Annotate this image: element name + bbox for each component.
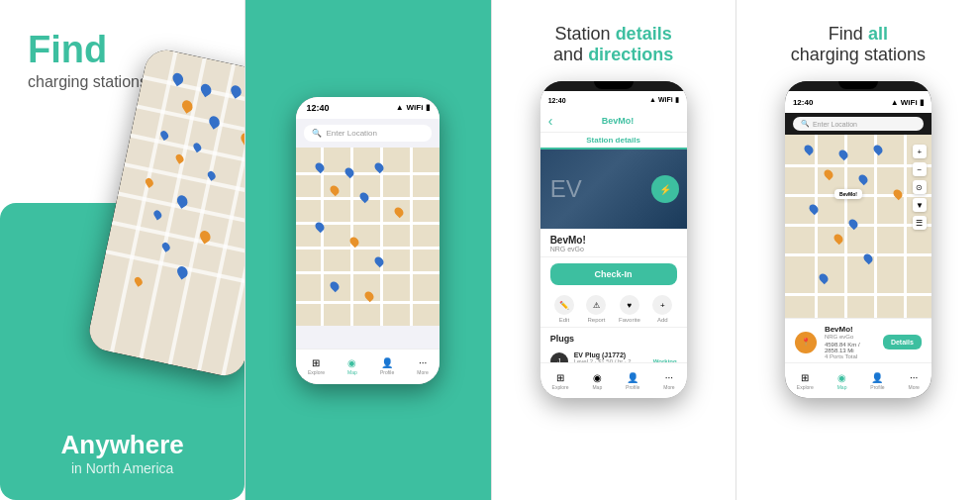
profile-label-3: Profile (626, 384, 639, 390)
profile-label-2: Profile (380, 369, 394, 375)
tab-explore-4[interactable]: ⊞ Explore (797, 372, 814, 390)
wifi-icon: WiFi (407, 103, 424, 112)
favorite-label: Favorite (619, 317, 640, 323)
road-h (785, 293, 931, 296)
map-pin-orange-4 (823, 168, 835, 181)
panel4-highlight-all: all (868, 24, 888, 44)
action-add[interactable]: + Add (652, 295, 672, 323)
zoom-out-button[interactable]: − (913, 162, 927, 176)
profile-icon-4: 👤 (871, 372, 883, 383)
road-h (296, 172, 440, 175)
map-pin-4 (803, 144, 816, 156)
map-pin-orange-2 (393, 205, 406, 218)
panel4-title: Find all (791, 24, 926, 45)
station-card-4: 📍 BevMo! NRG evGo 4598.84 Km / 2858.13 M… (785, 318, 931, 365)
search-bar-2[interactable]: 🔍 Enter Location (304, 125, 432, 142)
tab-map-2[interactable]: ◉ Map (347, 357, 357, 375)
map-pin-2 (343, 165, 356, 178)
anywhere-text: Anywhere (61, 430, 184, 460)
road-v (874, 135, 877, 318)
checkin-button[interactable]: Check-In (550, 263, 677, 285)
action-edit[interactable]: ✏️ Edit (554, 295, 574, 323)
map-pin-2 (358, 190, 371, 203)
add-icon: + (652, 295, 672, 315)
tab-more-3[interactable]: ··· More (663, 372, 674, 390)
plug-name-j1772: EV Plug (J1772) (574, 351, 647, 358)
signal-icon: ▲ (396, 103, 404, 112)
panel3-title-2: and directions (553, 45, 673, 65)
filter-button[interactable]: ▼ (913, 198, 927, 212)
tab-map-3[interactable]: ◉ Map (592, 372, 602, 390)
station-sub-3: NRG evGo (550, 246, 677, 252)
panel3-header: Station details and directions (553, 24, 673, 65)
road-h (296, 271, 440, 274)
more-label-2: More (417, 369, 428, 375)
road-v (380, 148, 383, 326)
report-icon: ⚠ (586, 295, 606, 315)
explore-icon-2: ⊞ (312, 357, 320, 368)
phone-mockup-3: 12:40 ▲ WiFi ▮ ‹ BevMo! Station details … (540, 81, 687, 398)
favorite-icon: ♥ (620, 295, 639, 315)
tab-more-4[interactable]: ··· More (908, 372, 919, 390)
action-favorite[interactable]: ♥ Favorite (619, 295, 640, 323)
tab-profile-3[interactable]: 👤 Profile (626, 372, 639, 390)
layers-button[interactable]: ☰ (913, 216, 927, 230)
location-button[interactable]: ⊙ (913, 180, 927, 194)
tab-map-4[interactable]: ◉ Map (837, 372, 847, 390)
map-pin-4 (808, 203, 821, 216)
station-sub-4: NRG evGo (825, 334, 875, 340)
map-pin-4 (847, 218, 860, 231)
road-v (410, 148, 413, 326)
profile-icon-2: 👤 (381, 357, 393, 368)
bottom-nav-3: ⊞ Explore ◉ Map 👤 Profile ··· More (540, 362, 687, 398)
road-v (321, 148, 324, 326)
status-icons-2: ▲ WiFi ▮ (396, 103, 431, 112)
action-report[interactable]: ⚠ Report (586, 295, 606, 323)
panel-find: Find charging stations (0, 0, 245, 500)
map-pin (199, 82, 214, 98)
station-name-3: BevMo! (550, 235, 677, 246)
phone-screen-3: 12:40 ▲ WiFi ▮ ‹ BevMo! Station details … (540, 91, 687, 398)
map-area-4: BevMo! + − ⊙ ▼ ☰ (785, 135, 931, 318)
map-icon-4: ◉ (837, 372, 846, 383)
station-details-tab[interactable]: Station details (540, 133, 687, 150)
back-icon-3[interactable]: ‹ (548, 113, 553, 129)
explore-label-2: Explore (308, 369, 325, 375)
status-bar-2: 12:40 ▲ WiFi ▮ (296, 97, 440, 119)
panel3-highlight-directions: directions (588, 45, 673, 64)
tab-profile-4[interactable]: 👤 Profile (870, 372, 884, 390)
phone-mockup-4: 12:40 ▲ WiFi ▮ 🔍 Enter Location (785, 81, 931, 398)
edit-label: Edit (559, 317, 569, 323)
road-h (296, 247, 440, 250)
status-time-2: 12:40 (306, 103, 329, 113)
station-info-4: BevMo! NRG evGo 4598.84 Km / 2858.13 Mi … (825, 325, 875, 359)
tab-more-2[interactable]: ··· More (417, 357, 428, 375)
panel4-header: Find all charging stations (791, 24, 926, 65)
zoom-in-button[interactable]: + (913, 145, 927, 158)
tab-explore-2[interactable]: ⊞ Explore (308, 357, 325, 375)
status-time-3: 12:40 (548, 97, 566, 104)
search-icon-4: 🔍 (801, 120, 810, 128)
location-text: in North America (71, 460, 173, 476)
add-label: Add (657, 317, 668, 323)
station-image-3: EV ⚡ (540, 150, 687, 229)
nav-title-3: BevMo! (556, 116, 678, 126)
tab-explore-3[interactable]: ⊞ Explore (552, 372, 569, 390)
search-bar-4[interactable]: 🔍 Enter Location (793, 117, 924, 131)
phone-mockup-2: 12:40 ▲ WiFi ▮ 🔍 Enter Location (296, 97, 440, 384)
bottom-nav-2: ⊞ Explore ◉ Map 👤 Profile ··· More (296, 349, 440, 384)
status-bar-3: 12:40 ▲ WiFi ▮ (540, 91, 687, 109)
map-label-3: Map (592, 384, 602, 390)
more-label-3: More (663, 384, 674, 390)
profile-icon-3: 👤 (627, 372, 638, 383)
road-h (785, 164, 931, 167)
profile-label-4: Profile (870, 384, 884, 390)
map-pin-orange (134, 275, 145, 286)
station-distance-4: 4598.84 Km / 2858.13 Mi (825, 342, 875, 353)
station-name-4: BevMo! (825, 325, 875, 334)
panel-details: Station details and directions 12:40 ▲ W… (492, 0, 735, 500)
bottom-nav-4: ⊞ Explore ◉ Map 👤 Profile ··· More (785, 362, 931, 398)
more-icon-4: ··· (910, 372, 918, 383)
tab-profile-2[interactable]: 👤 Profile (380, 357, 394, 375)
details-button-4[interactable]: Details (883, 335, 922, 350)
